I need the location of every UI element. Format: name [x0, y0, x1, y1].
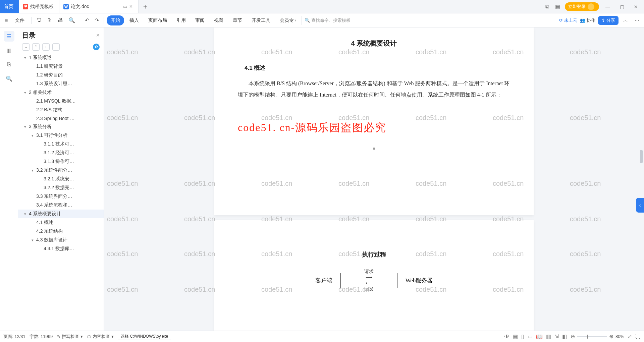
collab-button[interactable]: 👥 协作	[580, 17, 595, 23]
page-indicator[interactable]: 页面: 12/31	[3, 334, 25, 340]
rail-search-icon[interactable]: 🔍	[4, 73, 14, 84]
zoom-slider[interactable]	[577, 336, 607, 337]
outline-item[interactable]: 1.3 系统设计思…	[18, 79, 104, 88]
apps-icon[interactable]: ▦	[554, 2, 561, 11]
side-drawer-toggle[interactable]: ‹	[636, 198, 644, 213]
outline-item[interactable]: 4.3.1 数据库…	[18, 244, 104, 253]
page-canvas[interactable]: ▤▸ ≡ 4 系统概要设计 4.1 概述 本系统采用 B/S 结构 (Brows…	[104, 27, 644, 331]
zoom-percent[interactable]: 80%	[615, 334, 624, 339]
rail-bookmark-icon[interactable]: ⎘	[4, 59, 14, 70]
ribbon-tab-layout[interactable]: 页面布局	[144, 15, 171, 25]
outline-item[interactable]: 3.3 系统界面分…	[18, 192, 104, 201]
outline-item[interactable]: 3.2.2 数据完…	[18, 183, 104, 192]
outline-item[interactable]: 3.1.2 经济可…	[18, 149, 104, 157]
outline-item[interactable]: ▾3.2 系统性能分…	[18, 166, 104, 175]
collapse-all-icon[interactable]: ⌄	[22, 43, 30, 51]
ribbon-tab-insert[interactable]: 插入	[125, 15, 143, 25]
maximize-button[interactable]: ▢	[616, 4, 627, 9]
ribbon-more-icon[interactable]: ⋯	[633, 16, 641, 24]
outline-item[interactable]: 4.2 系统结构	[18, 227, 104, 236]
close-tab-icon[interactable]: ✕	[129, 4, 133, 9]
content-check[interactable]: 🗀 内容检查 ▾	[87, 334, 114, 340]
expand-all-icon[interactable]: ⌃	[32, 43, 40, 51]
outline-item[interactable]: 2.3 Spring Boot …	[18, 114, 104, 122]
twisty-icon[interactable]: ▾	[23, 91, 28, 95]
outline-item[interactable]: ▾1 系统概述	[18, 53, 104, 62]
login-button[interactable]: 立即登录	[565, 2, 599, 11]
ribbon-tab-view[interactable]: 视图	[210, 15, 227, 25]
nav-icon[interactable]: ◧	[562, 333, 567, 340]
outline-item[interactable]: 1.1 研究背景	[18, 62, 104, 71]
add-icon[interactable]: ＋	[42, 43, 50, 51]
ribbon-tab-chapter[interactable]: 章节	[229, 15, 246, 25]
outline-list[interactable]: ▾1 系统概述1.1 研究背景1.2 研究目的1.3 系统设计思…▾2 相关技术…	[18, 53, 104, 331]
tab-home[interactable]: 首页	[0, 0, 19, 13]
zoom-slider-thumb[interactable]	[587, 335, 588, 339]
minimize-button[interactable]: —	[602, 4, 613, 9]
cloud-unsynced[interactable]: ⟳ 未上云	[559, 17, 577, 23]
tab-document-active[interactable]: W 论文.doc ▭ ✕	[59, 0, 139, 13]
view-mode-2-icon[interactable]: ▭	[528, 333, 533, 340]
spell-check[interactable]: ✎ 拼写检查 ▾	[57, 334, 83, 340]
close-window-button[interactable]: ✕	[631, 4, 641, 9]
remove-icon[interactable]: －	[52, 43, 60, 51]
scrollbar-thumb[interactable]	[640, 150, 643, 163]
command-search[interactable]: 🔍 查找命令、搜索模板	[302, 16, 353, 25]
print-icon[interactable]: 🖶	[56, 16, 65, 25]
outline-item[interactable]: 4.1 概述	[18, 218, 104, 227]
outline-item[interactable]: ▾2 相关技术	[18, 88, 104, 97]
layout-icon[interactable]: ⧉	[544, 2, 550, 11]
split-window-icon[interactable]: ▭	[123, 4, 127, 9]
grid-icon[interactable]: ▦	[513, 333, 518, 340]
undo-icon[interactable]: ↶	[83, 16, 91, 25]
twisty-icon[interactable]: ▾	[30, 133, 35, 138]
zoom-in-icon[interactable]: ⊕	[609, 333, 613, 340]
vertical-scrollbar[interactable]	[639, 27, 643, 331]
ribbon-tab-start[interactable]: 开始	[107, 15, 124, 25]
ribbon-tab-review[interactable]: 审阅	[191, 15, 209, 25]
outline-item[interactable]: 3.2.1 系统安…	[18, 175, 104, 183]
outline-item[interactable]: ▾4 系统概要设计	[18, 210, 104, 218]
ribbon-tab-member[interactable]: 会员专	[276, 15, 300, 25]
close-outline-icon[interactable]: ×	[96, 32, 100, 39]
outline-item[interactable]: 1.2 研究目的	[18, 71, 104, 79]
ribbon-tab-reference[interactable]: 引用	[172, 15, 190, 25]
rail-slide-icon[interactable]: ▥	[4, 45, 14, 56]
ribbon-tab-dev[interactable]: 开发工具	[248, 15, 274, 25]
outline-item[interactable]: ▾4.3 数据库设计	[18, 236, 104, 244]
file-menu[interactable]: 文件	[11, 15, 29, 25]
eye-icon[interactable]: 👁	[504, 334, 509, 340]
twisty-icon[interactable]: ▾	[23, 212, 28, 216]
twisty-icon[interactable]: ▾	[23, 56, 28, 60]
tab-template-store[interactable]: ❤ 找稻壳模板	[19, 0, 59, 13]
fit-page-icon[interactable]: ⤢	[628, 333, 632, 340]
save-as-icon[interactable]: 🗎	[45, 16, 54, 25]
web-layout-icon[interactable]: ▥	[546, 333, 551, 340]
print-preview-icon[interactable]: 🔍	[66, 16, 77, 25]
rail-outline-icon[interactable]: ☰	[4, 31, 14, 42]
outline-item[interactable]: ▾3 系统分析	[18, 122, 104, 131]
twisty-icon[interactable]: ▾	[23, 125, 28, 129]
outline-item[interactable]: 3.1.3 操作可…	[18, 157, 104, 166]
redo-icon[interactable]: ↷	[93, 16, 101, 25]
twisty-icon[interactable]: ▾	[30, 168, 35, 173]
word-count[interactable]: 字数: 11969	[30, 334, 53, 340]
fullscreen-icon[interactable]: ⛶	[635, 334, 641, 340]
save-icon[interactable]: 🖫	[34, 16, 44, 25]
outline-item[interactable]: ▾3.1 可行性分析	[18, 131, 104, 140]
share-button[interactable]: ⇪ 分享	[598, 16, 619, 25]
outline-item[interactable]: 3.1.1 技术可…	[18, 140, 104, 149]
outline-sync-icon[interactable]: ✿	[93, 44, 100, 50]
outline-view-icon[interactable]: ⇲	[554, 333, 559, 340]
outline-item[interactable]: 2.2 B/S 结构	[18, 106, 104, 114]
outline-item[interactable]: 2.1 MYSQL 数据…	[18, 97, 104, 106]
outline-item[interactable]: 3.4 系统流程和…	[18, 201, 104, 210]
read-mode-icon[interactable]: 📖	[536, 333, 543, 340]
view-mode-1-icon[interactable]: ▯	[521, 333, 524, 340]
zoom-control[interactable]: ⊖ ⊕ 80%	[571, 333, 624, 340]
zoom-out-icon[interactable]: ⊖	[571, 333, 575, 340]
new-tab-button[interactable]: ＋	[139, 0, 152, 13]
twisty-icon[interactable]: ▾	[30, 238, 35, 242]
ribbon-collapse-icon[interactable]: ︿	[621, 16, 630, 25]
menu-icon[interactable]: ≡	[3, 16, 10, 25]
